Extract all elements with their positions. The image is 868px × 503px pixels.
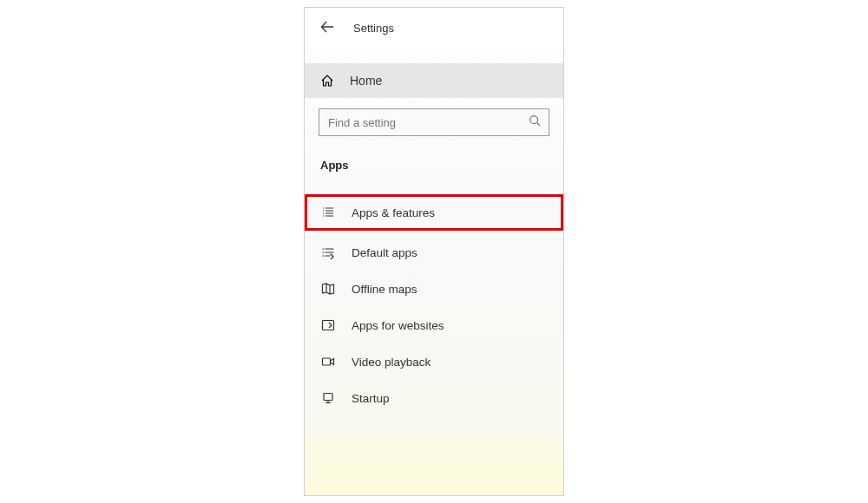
nav-label: Apps for websites	[352, 319, 548, 332]
websites-icon	[320, 317, 336, 333]
list-icon	[320, 205, 336, 220]
section-title: Apps	[305, 147, 563, 179]
nav-label: Offline maps	[352, 283, 548, 296]
header: Settings	[305, 8, 563, 48]
nav-item-apps-features[interactable]: Apps & features	[305, 194, 563, 231]
settings-panel: Settings Home Apps	[304, 7, 564, 496]
search-wrap	[305, 98, 563, 147]
startup-icon	[320, 390, 336, 406]
map-icon	[320, 281, 336, 297]
nav-item-apps-websites[interactable]: Apps for websites	[305, 307, 563, 343]
nav-label: Startup	[352, 392, 548, 405]
default-apps-icon	[320, 245, 336, 260]
home-label: Home	[350, 74, 382, 88]
svg-rect-2	[323, 358, 331, 365]
home-icon	[320, 74, 334, 88]
nav-item-video-playback[interactable]: Video playback	[305, 343, 563, 380]
svg-rect-3	[324, 394, 332, 401]
home-nav[interactable]: Home	[305, 63, 563, 98]
back-button[interactable]	[320, 20, 334, 36]
video-icon	[320, 354, 336, 369]
nav-item-default-apps[interactable]: Default apps	[305, 234, 563, 271]
nav-item-startup[interactable]: Startup	[305, 380, 563, 416]
nav-label: Apps & features	[352, 206, 548, 219]
nav-label: Video playback	[352, 356, 548, 369]
nav-list: Apps & features Default apps Offline map…	[305, 179, 563, 416]
nav-label: Default apps	[352, 246, 548, 259]
page-title: Settings	[353, 22, 394, 35]
search-input[interactable]	[319, 108, 549, 136]
nav-item-offline-maps[interactable]: Offline maps	[305, 271, 563, 307]
